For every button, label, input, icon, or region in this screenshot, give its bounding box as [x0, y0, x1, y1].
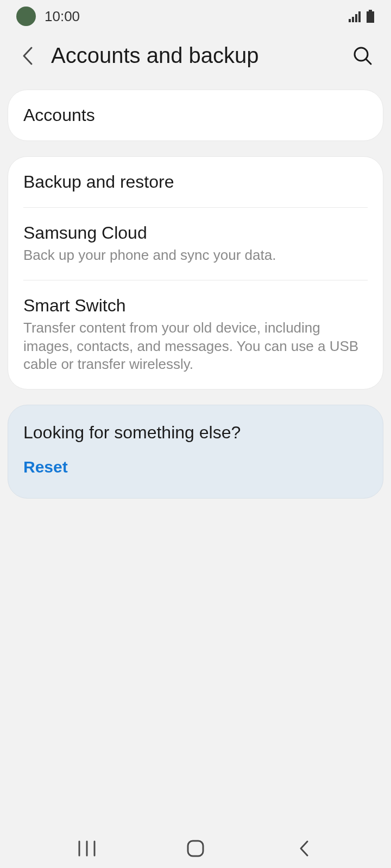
reset-link[interactable]: Reset: [23, 458, 368, 476]
item-backup-restore[interactable]: Backup and restore: [8, 157, 383, 207]
status-avatar-icon: [16, 7, 36, 26]
svg-rect-4: [369, 10, 372, 11]
card-looking-for: Looking for something else? Reset: [8, 405, 383, 499]
svg-rect-5: [367, 11, 374, 23]
header: Accounts and backup: [0, 33, 391, 90]
status-bar: 10:00: [0, 0, 391, 33]
page-title: Accounts and backup: [51, 43, 338, 68]
nav-back-button[interactable]: [282, 835, 326, 862]
item-samsung-cloud[interactable]: Samsung Cloud Back up your phone and syn…: [8, 208, 383, 280]
svg-rect-2: [355, 14, 357, 22]
item-subtitle: Transfer content from your old device, i…: [23, 319, 368, 374]
navigation-bar: [0, 829, 391, 868]
item-subtitle: Back up your phone and sync your data.: [23, 246, 368, 265]
status-right: [349, 10, 375, 23]
status-left: 10:00: [16, 7, 80, 26]
battery-icon: [366, 10, 375, 23]
item-title: Backup and restore: [23, 172, 368, 192]
svg-rect-1: [352, 17, 354, 22]
item-accounts[interactable]: Accounts: [8, 90, 383, 141]
svg-rect-11: [188, 841, 203, 856]
search-button[interactable]: [351, 44, 375, 68]
signal-icon: [349, 10, 363, 22]
card-accounts: Accounts: [8, 90, 383, 141]
card-backup: Backup and restore Samsung Cloud Back up…: [8, 156, 383, 390]
item-title: Accounts: [23, 105, 368, 125]
status-time: 10:00: [45, 8, 80, 25]
svg-rect-0: [349, 19, 351, 22]
looking-for-title: Looking for something else?: [23, 423, 368, 443]
item-title: Smart Switch: [23, 296, 368, 316]
nav-recents-button[interactable]: [65, 835, 109, 862]
svg-line-7: [366, 59, 371, 64]
nav-home-button[interactable]: [174, 835, 217, 862]
back-button[interactable]: [16, 45, 38, 67]
svg-rect-3: [358, 11, 361, 22]
item-title: Samsung Cloud: [23, 223, 368, 243]
item-smart-switch[interactable]: Smart Switch Transfer content from your …: [8, 280, 383, 389]
